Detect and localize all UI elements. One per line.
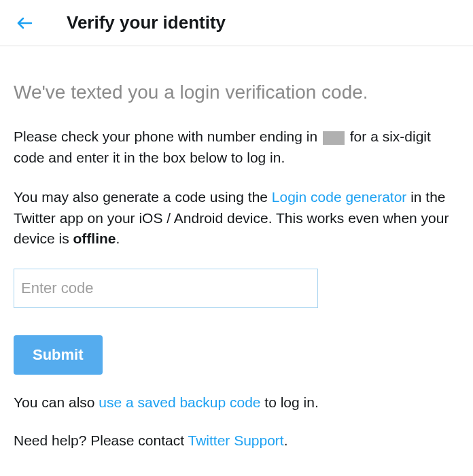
main-heading: We've texted you a login verification co…: [14, 80, 459, 105]
verification-code-input[interactable]: [14, 269, 318, 308]
redacted-phone-digits: [323, 131, 345, 145]
generator-text: You may also generate a code using the L…: [14, 187, 459, 249]
help-text: Need help? Please contact Twitter Suppor…: [14, 430, 459, 451]
header: Verify your identity: [0, 0, 473, 46]
login-code-generator-link[interactable]: Login code generator: [272, 189, 407, 205]
generator-part1: You may also generate a code using the: [14, 189, 272, 205]
twitter-support-link[interactable]: Twitter Support: [188, 432, 283, 448]
instruction-text: Please check your phone with number endi…: [14, 126, 459, 168]
backup-part2: to log in.: [261, 394, 319, 410]
backup-code-link[interactable]: use a saved backup code: [99, 394, 260, 410]
backup-code-text: You can also use a saved backup code to …: [14, 392, 459, 413]
help-part2: .: [284, 432, 288, 448]
content-area: We've texted you a login verification co…: [0, 80, 473, 451]
back-arrow-icon[interactable]: [15, 15, 34, 31]
page-title: Verify your identity: [67, 12, 226, 33]
submit-button[interactable]: Submit: [14, 335, 103, 375]
backup-part1: You can also: [14, 394, 99, 410]
generator-part3: .: [116, 231, 120, 246]
help-part1: Need help? Please contact: [14, 432, 188, 448]
generator-bold: offline: [73, 231, 116, 246]
instruction-part1: Please check your phone with number endi…: [14, 129, 321, 144]
